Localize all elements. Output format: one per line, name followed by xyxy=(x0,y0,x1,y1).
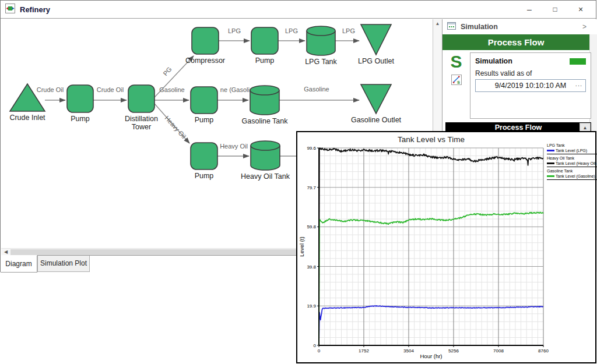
x-tick-label: 1752 xyxy=(359,348,369,354)
simulation-panel-header[interactable]: Simulation > xyxy=(443,19,597,34)
simulation-panel-icon xyxy=(447,22,456,32)
legend-swatch-lpg xyxy=(547,150,554,151)
legend-label-gasoline: Tank Level (Gasoline) xyxy=(556,174,595,179)
node-label: Distillation xyxy=(125,115,158,123)
node-label: Pump xyxy=(195,116,214,124)
simulation-card: Simulation Results valid as of 9/4/2019 … xyxy=(470,52,591,119)
desktop: Refinery – □ × Crude OilCrude OilPGGasol… xyxy=(0,0,597,364)
node-lpg-tank[interactable]: LPG Tank xyxy=(305,26,337,66)
stream-label: Crude Oil xyxy=(37,86,64,93)
node-label: Pump xyxy=(255,56,275,65)
stream-label: LPG xyxy=(285,27,298,34)
minimize-button[interactable]: – xyxy=(517,1,542,18)
y-tick-label: 19.9 xyxy=(307,303,316,309)
legend-entry-gasoline: Tank Level (Gasoline) xyxy=(547,174,597,180)
stream-label: LPG xyxy=(342,27,355,34)
stream-label: Gasoline xyxy=(159,86,184,93)
y-tick-label: 0 xyxy=(314,343,317,348)
node-compressor[interactable]: Compressor xyxy=(185,27,225,65)
section-header-title: Process Flow xyxy=(495,123,542,132)
node-lpg-outlet[interactable]: LPG Outlet xyxy=(358,24,394,65)
node-label: Compressor xyxy=(185,56,225,65)
panel-icon-strip: S s xyxy=(443,50,470,85)
tab-simulation-plot[interactable]: Simulation Plot xyxy=(37,256,90,272)
node-label: Pump xyxy=(71,115,90,123)
legend-label-heavy-oil: Tank Level (Heavy Oil) xyxy=(556,161,596,166)
x-tick-label: 7008 xyxy=(493,348,504,354)
node-pump-bottom[interactable]: Pump xyxy=(191,143,217,180)
node-label: LPG Outlet xyxy=(358,57,394,65)
stream-label: LPG xyxy=(228,27,241,34)
node-label: Gasoline Outlet xyxy=(351,116,402,124)
simcentral-logo: S xyxy=(443,52,470,71)
app-icon xyxy=(5,3,15,16)
x-axis-label: Hour (hr) xyxy=(420,353,442,359)
window-title: Refinery xyxy=(20,5,50,14)
node-label: Crude Inlet xyxy=(9,114,45,122)
y-tick-label: 79.7 xyxy=(307,185,316,190)
node-label: Tower xyxy=(132,123,151,131)
y-tick-label: 39.8 xyxy=(307,264,316,270)
simulation-plot-icon[interactable]: s xyxy=(451,75,462,85)
node-label: LPG Tank xyxy=(305,58,337,66)
stream-label: Gasoline xyxy=(304,86,329,93)
node-label: Gasoline Tank xyxy=(242,117,289,125)
panel-header-title: Simulation xyxy=(461,23,498,31)
node-label: Pump xyxy=(195,172,214,180)
x-tick-label: 0 xyxy=(318,348,321,354)
node-pump-mid[interactable]: Pump xyxy=(191,87,217,124)
tab-diagram[interactable]: Diagram xyxy=(1,255,37,273)
y-tick-label: 99.6 xyxy=(307,146,316,151)
close-button[interactable]: × xyxy=(568,1,594,18)
legend-series-name-heavy-oil: Heavy Oil Tank xyxy=(547,156,597,161)
process-flow-banner: Process Flow xyxy=(443,34,589,50)
chart-window[interactable]: 017523504525670088760019.939.859.879.799… xyxy=(296,131,596,363)
chart-legend: LPG TankTank Level (LPG)Heavy Oil TankTa… xyxy=(547,143,597,181)
simulation-card-header: Simulation xyxy=(470,53,591,66)
legend-series-name-lpg: LPG Tank xyxy=(547,143,597,148)
legend-entry-heavy-oil: Tank Level (Heavy Oil) xyxy=(547,161,597,167)
titlebar[interactable]: Refinery – □ × xyxy=(1,1,596,19)
y-axis-label: Level (t) xyxy=(298,236,305,256)
results-valid-label: Results valid as of xyxy=(470,66,591,79)
stream-label: Heavy Oil xyxy=(164,115,188,140)
date-input[interactable]: 9/4/2019 10:10:10 AM ... xyxy=(475,79,586,92)
maximize-button[interactable]: □ xyxy=(542,1,568,18)
stream-label: Crude Oil xyxy=(97,86,124,93)
scroll-up-icon[interactable]: ▲ xyxy=(433,19,442,29)
chart-title: Tank Level vs Time xyxy=(398,135,465,144)
stream-label: ne (Gasolin xyxy=(220,86,253,93)
y-tick-label: 59.8 xyxy=(307,224,316,229)
stream-label: PG xyxy=(161,65,173,77)
date-value: 9/4/2019 10:10:10 AM xyxy=(495,82,566,90)
node-heavy-oil-tank[interactable]: Heavy Oil Tank xyxy=(241,141,290,181)
chevron-right-icon[interactable]: > xyxy=(582,23,587,31)
x-tick-label: 5256 xyxy=(448,348,459,354)
legend-series-name-gasoline: Gasoline Tank xyxy=(547,168,597,174)
simulation-card-title: Simulation xyxy=(475,57,512,65)
x-tick-label: 8760 xyxy=(538,348,549,354)
window-controls: – □ × xyxy=(517,1,594,18)
node-distillation-tower[interactable]: DistillationTower xyxy=(125,85,158,131)
more-button[interactable]: ... xyxy=(575,80,582,87)
legend-swatch-gasoline xyxy=(547,175,554,177)
node-pump-1[interactable]: Pump xyxy=(67,85,93,123)
legend-label-lpg: Tank Level (LPG) xyxy=(556,148,587,153)
svg-text:s: s xyxy=(456,79,459,85)
status-indicator xyxy=(570,58,586,65)
legend-entry-lpg: Tank Level (LPG) xyxy=(547,148,597,154)
node-label: Heavy Oil Tank xyxy=(241,172,290,181)
x-tick-label: 3504 xyxy=(403,348,414,354)
node-pump-top[interactable]: Pump xyxy=(251,27,278,65)
stream-label: Heavy Oil xyxy=(220,143,248,150)
node-gasoline-outlet[interactable]: Gasoline Outlet xyxy=(351,84,402,124)
legend-swatch-heavy-oil xyxy=(547,162,554,164)
